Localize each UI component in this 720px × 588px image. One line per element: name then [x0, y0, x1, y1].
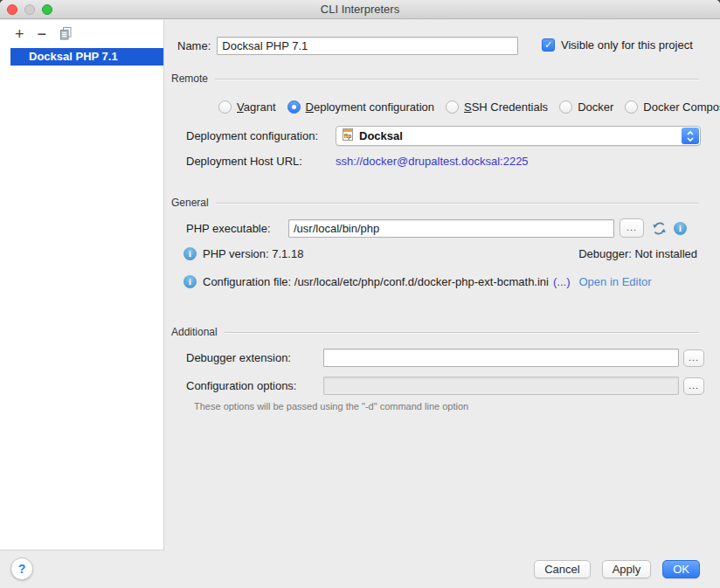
- php-executable-input[interactable]: [288, 219, 614, 238]
- debugger-extension-label: Debugger extension:: [186, 351, 317, 364]
- apply-button[interactable]: Apply: [602, 560, 652, 578]
- info-icon: i: [183, 247, 197, 260]
- title-bar: CLI Interpreters: [0, 0, 720, 19]
- name-label: Name:: [177, 39, 211, 52]
- list-item-interpreter[interactable]: Docksal PHP 7.1: [10, 48, 163, 66]
- deployment-config-select[interactable]: ftp Docksal: [336, 126, 701, 146]
- radio-docker-compose[interactable]: Docker Compose: [625, 100, 720, 114]
- host-url-label: Deployment Host URL:: [186, 155, 336, 168]
- radio-icon: [559, 100, 572, 114]
- expand-config-link[interactable]: (...): [553, 275, 571, 288]
- list-toolbar: + −: [0, 20, 163, 48]
- radio-ssh-credentials[interactable]: SSH Credentials: [446, 100, 548, 114]
- radio-vagrant[interactable]: Vagrant: [218, 100, 276, 114]
- minimize-button: [24, 4, 35, 15]
- debugger-extension-input[interactable]: [323, 349, 679, 367]
- additional-section-label: Additional: [171, 326, 218, 338]
- configuration-options-input[interactable]: [323, 377, 679, 395]
- separator-line: [225, 332, 699, 333]
- separator-line: [216, 203, 699, 204]
- visible-project-checkbox[interactable]: ✓: [542, 38, 555, 52]
- config-file-text: Configuration file: /usr/local/etc/php/c…: [203, 275, 549, 288]
- dialog-footer: ? Cancel Apply OK: [0, 550, 720, 588]
- info-icon: i: [183, 275, 197, 288]
- ftp-server-icon: ftp: [341, 128, 355, 144]
- chevron-up-down-icon[interactable]: [682, 128, 699, 144]
- remove-interpreter-button[interactable]: −: [38, 27, 47, 41]
- cli-interpreters-dialog: CLI Interpreters + − Docksal PHP 7.1 Nam…: [0, 0, 720, 588]
- deployment-config-value: Docksal: [359, 129, 403, 142]
- add-interpreter-button[interactable]: +: [15, 27, 24, 41]
- radio-icon: [218, 100, 232, 114]
- zoom-button[interactable]: [42, 4, 52, 15]
- php-executable-browse-button[interactable]: ...: [620, 218, 644, 238]
- cancel-button[interactable]: Cancel: [534, 560, 590, 578]
- radio-deployment-configuration[interactable]: Deployment configuration: [287, 100, 434, 114]
- host-url-value: ssh://docker@drupaltest.docksal:2225: [336, 155, 529, 168]
- deployment-config-label: Deployment configuration:: [186, 129, 318, 142]
- visible-project-label: Visible only for this project: [561, 38, 693, 52]
- reload-phpinfo-icon[interactable]: [652, 221, 667, 236]
- info-icon[interactable]: i: [674, 222, 687, 235]
- svg-text:ftp: ftp: [344, 133, 351, 140]
- separator-line: [215, 79, 699, 80]
- options-note-text: These options will be passed using the "…: [194, 401, 468, 412]
- name-input[interactable]: [217, 37, 518, 55]
- interpreter-settings-panel: Name: ✓ Visible only for this project Re…: [165, 19, 720, 550]
- debugger-extension-browse-button[interactable]: ...: [683, 349, 704, 367]
- close-button[interactable]: [7, 4, 17, 15]
- php-version-text: PHP version: 7.1.18: [203, 247, 303, 260]
- configuration-options-label: Configuration options:: [186, 379, 317, 392]
- copy-interpreter-icon[interactable]: [59, 27, 73, 42]
- interpreter-list-panel: + − Docksal PHP 7.1: [0, 20, 164, 550]
- radio-icon: [446, 100, 459, 114]
- radio-icon: [625, 100, 638, 114]
- help-button[interactable]: ?: [10, 557, 33, 580]
- radio-icon-selected: [287, 100, 301, 114]
- debugger-status-text: Debugger: Not installed: [578, 247, 697, 260]
- remote-section-label: Remote: [171, 73, 208, 85]
- open-in-editor-link[interactable]: Open in Editor: [578, 275, 651, 288]
- window-title: CLI Interpreters: [0, 0, 720, 18]
- configuration-options-browse-button[interactable]: ...: [683, 377, 704, 395]
- general-section-label: General: [171, 197, 209, 209]
- php-executable-label: PHP executable:: [186, 222, 282, 235]
- ok-button[interactable]: OK: [662, 560, 700, 578]
- radio-docker[interactable]: Docker: [559, 100, 613, 114]
